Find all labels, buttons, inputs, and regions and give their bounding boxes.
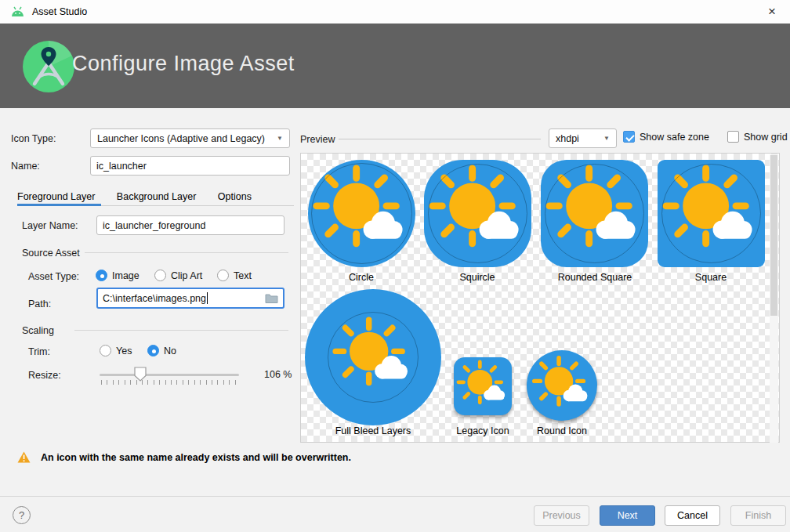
radio-trim-no[interactable]: [147, 345, 159, 356]
resize-slider-thumb[interactable]: [134, 367, 147, 382]
tab-background-layer[interactable]: Background Layer: [117, 186, 196, 207]
close-icon[interactable]: ×: [754, 0, 790, 24]
show-grid-option[interactable]: Show grid: [727, 131, 788, 143]
icon-type-dropdown[interactable]: Launcher Icons (Adaptive and Legacy) ▼: [90, 128, 290, 148]
resize-slider-ticks: [101, 380, 239, 385]
radio-clipart-label[interactable]: Clip Art: [171, 270, 202, 281]
preview-icon-full-bleed: [305, 289, 441, 425]
text-caret: [207, 292, 208, 304]
preview-scrollbar[interactable]: [770, 154, 778, 443]
show-safe-zone-option[interactable]: Show safe zone: [623, 131, 709, 143]
safe-zone-ring: [545, 164, 644, 263]
preview-icon-legacy: [454, 357, 512, 415]
asset-type-label: Asset Type:: [28, 271, 79, 282]
folder-icon: [265, 293, 278, 303]
preview-label-square: Square: [648, 272, 774, 283]
density-value: xhdpi: [556, 133, 579, 144]
show-grid-label[interactable]: Show grid: [744, 132, 788, 143]
warning-row: An icon with the same name already exist…: [17, 451, 351, 463]
radio-clipart[interactable]: [154, 270, 166, 281]
preview-panel: Circle Squircle Rounded Square Square: [300, 153, 780, 443]
density-dropdown[interactable]: xhdpi ▼: [549, 128, 617, 148]
preview-icon-square: [658, 160, 765, 267]
safe-zone-ring: [428, 164, 527, 263]
weather-art: [454, 357, 512, 415]
browse-folder-button[interactable]: [265, 293, 278, 303]
icon-type-label: Icon Type:: [11, 133, 56, 144]
source-asset-title: Source Asset: [22, 248, 80, 259]
tab-options[interactable]: Options: [218, 186, 252, 207]
radio-trim-no-label[interactable]: No: [164, 346, 176, 356]
finish-button[interactable]: Finish: [730, 505, 786, 526]
asset-type-clipart-option[interactable]: Clip Art: [154, 270, 202, 281]
help-button[interactable]: ?: [13, 506, 31, 524]
preview-label-full-bleed: Full Bleed Layers: [310, 425, 436, 436]
resize-slider-track[interactable]: [100, 374, 239, 376]
footer-divider: [0, 496, 790, 497]
chevron-down-icon: ▼: [277, 135, 283, 142]
dialog-header: Configure Image Asset: [0, 24, 790, 108]
resize-value: 106 %: [264, 369, 292, 380]
chevron-down-icon: ▼: [603, 135, 610, 142]
preview-icon-round: [527, 350, 597, 421]
show-safe-zone-label[interactable]: Show safe zone: [640, 132, 709, 143]
trim-no-option[interactable]: No: [147, 345, 176, 356]
preview-label-squircle: Squircle: [415, 272, 540, 283]
path-label: Path:: [28, 299, 51, 309]
source-asset-divider: [85, 252, 288, 253]
radio-image[interactable]: [96, 270, 107, 281]
scaling-title: Scaling: [22, 325, 54, 336]
layer-name-input[interactable]: [96, 215, 284, 235]
path-input[interactable]: C:\interface\images.png: [96, 288, 284, 309]
window-titlebar: Asset Studio: [0, 0, 790, 24]
scrollbar-thumb[interactable]: [770, 155, 777, 316]
path-value: C:\interface\images.png: [103, 293, 206, 304]
page-title: Configure Image Asset: [72, 52, 295, 76]
preview-icon-squircle: [424, 160, 531, 267]
show-safe-zone-checkbox[interactable]: [623, 131, 635, 143]
safe-zone-ring: [661, 164, 761, 263]
previous-button[interactable]: Previous: [534, 505, 589, 526]
asset-type-image-option[interactable]: Image: [96, 270, 140, 281]
next-button[interactable]: Next: [600, 505, 655, 526]
radio-text-label[interactable]: Text: [234, 270, 252, 281]
layer-name-label: Layer Name:: [22, 220, 78, 231]
name-label: Name:: [11, 161, 40, 172]
warning-text: An icon with the same name already exist…: [41, 451, 351, 463]
weather-art: [529, 353, 596, 419]
radio-image-label[interactable]: Image: [112, 270, 140, 281]
preview-divider: [339, 139, 541, 139]
scaling-divider: [74, 330, 288, 331]
radio-text[interactable]: [217, 270, 229, 281]
trim-yes-option[interactable]: Yes: [100, 345, 132, 356]
preview-icon-circle: [308, 160, 415, 267]
preview-label-circle: Circle: [299, 272, 424, 283]
safe-zone-ring: [328, 312, 419, 403]
radio-trim-yes[interactable]: [100, 345, 111, 356]
show-grid-checkbox[interactable]: [727, 131, 739, 143]
icon-type-value: Launcher Icons (Adaptive and Legacy): [97, 133, 265, 144]
name-input[interactable]: [90, 156, 290, 176]
warning-icon: [17, 451, 31, 463]
preview-label-round: Round Icon: [499, 425, 625, 436]
safe-zone-ring: [311, 163, 412, 264]
radio-trim-yes-label[interactable]: Yes: [116, 346, 132, 356]
active-tab-underline: [17, 204, 101, 206]
android-studio-logo-icon: [23, 41, 74, 92]
window-title: Asset Studio: [32, 6, 87, 17]
preview-icon-rounded-square: [541, 160, 648, 267]
android-icon: [9, 6, 26, 17]
cancel-button[interactable]: Cancel: [665, 505, 720, 526]
resize-label: Resize:: [28, 370, 61, 381]
asset-type-text-option[interactable]: Text: [217, 270, 252, 281]
trim-label: Trim:: [28, 346, 50, 357]
preview-title: Preview: [300, 134, 335, 145]
preview-label-rounded-square: Rounded Square: [532, 272, 658, 283]
